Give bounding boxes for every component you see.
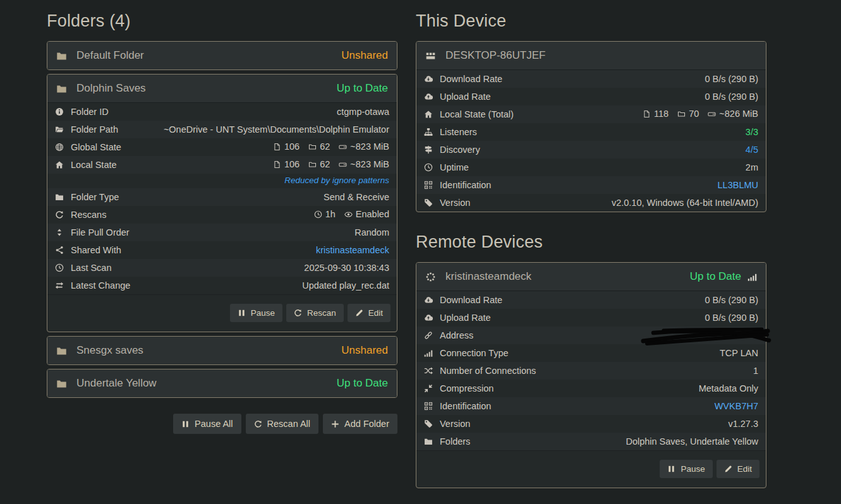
detail-value: 0 B/s (290 B) (554, 88, 766, 105)
detail-value: 1 (578, 362, 766, 380)
signal-strength-icon (747, 272, 757, 282)
row-download-rate: Download Rate0 B/s (290 B) (416, 70, 766, 88)
folder-panel-header-dolphin-saves[interactable]: Dolphin Saves Up to Date (47, 75, 397, 103)
identification-value[interactable]: LL3BLMU (718, 180, 758, 190)
detail-value: v1.27.3 (578, 415, 766, 433)
folder-status-badge: Unshared (341, 49, 388, 62)
detail-value: 4/5 (554, 141, 766, 159)
folder-panel-default-folder: Default Folder Unshared (47, 41, 397, 70)
stat-folder-o: 70 (677, 109, 699, 119)
row-download-rate: Download Rate0 B/s (290 B) (416, 291, 766, 309)
folder-icon (424, 437, 433, 446)
row-identification: IdentificationWVKB7H7 (416, 397, 766, 415)
folders-section-title: Folders (4) (47, 11, 397, 31)
pause-all-button[interactable]: Pause All (173, 414, 241, 434)
latest-change-value: Updated play_rec.dat (302, 280, 389, 291)
folder-path-value: ~OneDrive - UNT System\Documents\Dolphin… (164, 124, 389, 135)
globe-icon (55, 143, 64, 152)
random-icon (424, 366, 433, 375)
stat-clock: 1h (314, 209, 336, 219)
folder-panel-snesgx-saves: Snesgx saves Unshared (47, 336, 397, 365)
row-folder-type: Folder TypeSend & Receive (47, 188, 397, 206)
row-latest-change: Latest ChangeUpdated play_rec.dat (47, 277, 397, 294)
last-scan-value: 2025-09-30 10:38:43 (304, 263, 389, 273)
sitemap-icon (424, 128, 433, 136)
row-identification: IdentificationLL3BLMU (416, 176, 766, 194)
row-number-of-connections: Number of Connections1 (416, 362, 766, 380)
qrcode-icon (424, 402, 433, 411)
row-shared-with: Shared Withkristinasteamdeck (47, 241, 397, 259)
folder-name: Dolphin Saves (76, 82, 146, 95)
download-rate-value: 0 B/s (290 B) (705, 74, 758, 84)
detail-label: Folders (416, 433, 578, 450)
detail-value: 0 B/s (290 B) (578, 309, 766, 327)
detail-label: Folder Type (47, 188, 143, 206)
remote-device-details-table: Download Rate0 B/s (290 B)Upload Rate0 B… (416, 291, 766, 450)
row-file-pull-order: File Pull OrderRandom (47, 224, 397, 241)
clock-icon (424, 163, 433, 172)
rescan-all-button[interactable]: Rescan All (246, 414, 319, 434)
home-icon (55, 160, 64, 169)
folder-panel-dolphin-saves: Dolphin Saves Up to Date Folder IDctgmp-… (47, 74, 397, 332)
detail-value: 0 B/s (290 B) (578, 291, 766, 309)
row-version: Versionv1.27.3 (416, 415, 766, 433)
pencil-icon (355, 309, 363, 317)
cloud-up-icon (424, 313, 433, 322)
folder-panel-header-undertale-yellow[interactable]: Undertale Yellow Up to Date (47, 369, 397, 397)
file-icon (643, 110, 651, 118)
identification-value[interactable]: WVKB7H7 (715, 401, 758, 411)
folder-panel-header-default-folder[interactable]: Default Folder Unshared (47, 42, 397, 69)
detail-value: Random (143, 224, 397, 241)
stat-folder-o: 62 (308, 159, 330, 169)
shared-with-value[interactable]: kristinasteamdeck (316, 245, 389, 255)
row-version: Versionv2.0.10, Windows (64-bit Intel/AM… (416, 194, 766, 212)
this-device-section-title: This Device (416, 11, 766, 31)
edit-button[interactable]: Edit (717, 460, 759, 478)
folder-id-value: ctgmp-otawa (337, 107, 389, 117)
row-folder-path: Folder Path~OneDrive - UNT System\Docume… (47, 121, 397, 138)
link-icon (424, 331, 433, 340)
remote-device-panel-header[interactable]: kristinasteamdeck Up to Date (416, 263, 766, 291)
row-address: Address (416, 327, 766, 344)
folder-global-actions: Pause AllRescan AllAdd Folder (47, 414, 397, 434)
pause-button[interactable]: Pause (660, 460, 712, 478)
file-icon (273, 160, 281, 169)
detail-value: 2025-09-30 10:38:43 (143, 259, 397, 277)
refresh-icon (254, 420, 262, 428)
folder-panel-footer: PauseRescanEdit (47, 294, 397, 332)
detail-label: Listeners (416, 123, 554, 141)
detail-label: Compression (416, 380, 578, 397)
detail-value: WVKB7H7 (578, 397, 766, 415)
hdd-icon (339, 160, 347, 169)
remote-devices-section-title: Remote Devices (416, 232, 766, 252)
detail-value: ctgmp-otawa (143, 103, 397, 121)
stat-folder-o: 62 (308, 141, 330, 152)
plus-icon (331, 420, 339, 428)
detail-label: Download Rate (416, 70, 554, 88)
row-compression: CompressionMetadata Only (416, 380, 766, 397)
detail-label: Latest Change (47, 277, 143, 294)
rescan-button[interactable]: Rescan (286, 304, 344, 322)
detail-value: Dolphin Saves, Undertale Yellow (578, 433, 766, 450)
folder-status-badge: Up to Date (337, 377, 388, 390)
stat-hdd: ~823 MiB (339, 141, 389, 152)
pause-icon (238, 309, 246, 317)
detail-value: Send & Receive (143, 188, 397, 206)
edit-button[interactable]: Edit (348, 304, 390, 322)
add-folder-button[interactable]: Add Folder (323, 414, 397, 434)
detail-label: Version (416, 194, 554, 212)
this-device-panel-header[interactable]: DESKTOP-86UTJEF (416, 42, 766, 70)
eye-icon (344, 210, 353, 219)
computer-icon (425, 51, 436, 61)
detail-value (578, 327, 766, 344)
folder-panel-header-snesgx-saves[interactable]: Snesgx saves Unshared (47, 337, 397, 364)
number-of-connections-value: 1 (753, 366, 758, 376)
sort-icon (55, 228, 64, 237)
this-device-panel: DESKTOP-86UTJEF Download Rate0 B/s (290 … (416, 41, 766, 212)
detail-label: Shared With (47, 241, 143, 259)
pause-button[interactable]: Pause (230, 304, 282, 322)
refresh-icon (55, 210, 64, 219)
device-name: DESKTOP-86UTJEF (445, 49, 545, 62)
detail-value: Updated play_rec.dat (143, 277, 397, 294)
folder-icon (56, 51, 67, 61)
